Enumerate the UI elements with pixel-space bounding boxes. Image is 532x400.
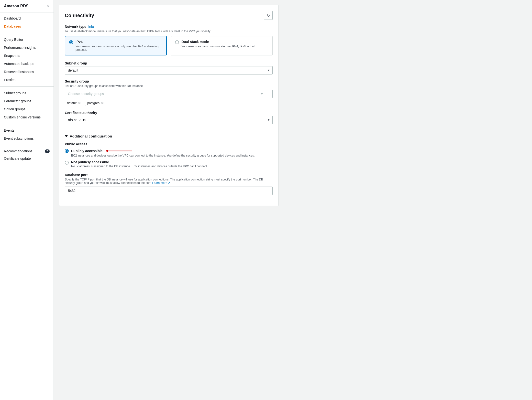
refresh-icon: ↻ (267, 13, 270, 18)
sidebar-item-dashboard[interactable]: Dashboard (0, 14, 54, 22)
subnet-group-select-wrapper: default ▼ (65, 66, 273, 74)
security-group-select-wrapper: Choose security groups ▼ (65, 90, 273, 98)
sidebar-item-custom-engine-versions[interactable]: Custom engine versions (0, 113, 54, 121)
radio-option-ipv4[interactable]: IPv4 Your resources can communicate only… (65, 36, 167, 55)
additional-config-section: Additional configuration Public access P… (65, 129, 273, 195)
sidebar-item-proxies[interactable]: Proxies (0, 76, 54, 84)
sidebar-divider-2 (0, 86, 54, 87)
security-group-sublabel: List of DB security groups to associate … (65, 84, 273, 88)
security-group-label: Security group (65, 79, 273, 83)
radio-option-dual-stack-content: Dual-stack mode Your resources can commu… (181, 40, 257, 48)
card-header: Connectivity ↻ (65, 11, 273, 20)
sidebar-title: Amazon RDS (4, 4, 28, 8)
sidebar-close-button[interactable]: × (47, 4, 50, 8)
radio-not-publicly-accessible[interactable]: Not publicly accessible No IP address is… (65, 160, 273, 168)
radio-not-publicly-accessible-desc: No IP address is assigned to the DB inst… (71, 165, 208, 168)
subnet-group-label: Subnet group (65, 61, 273, 65)
sidebar-item-snapshots[interactable]: Snapshots (0, 52, 54, 60)
sidebar-item-query-editor[interactable]: Query Editor (0, 36, 54, 44)
subnet-group-select[interactable]: default (65, 66, 273, 74)
radio-option-dual-stack-desc: Your resources can communicate over IPv4… (181, 45, 257, 48)
sidebar-item-recommendations[interactable]: Recommendations 2 (0, 148, 54, 155)
sidebar-item-certificate-update[interactable]: Certificate update (0, 155, 54, 163)
radio-option-dual-stack[interactable]: Dual-stack mode Your resources can commu… (171, 36, 273, 55)
sidebar-item-option-groups[interactable]: Option groups (0, 105, 54, 113)
database-port-input[interactable] (65, 187, 273, 195)
additional-config-triangle-icon (65, 135, 68, 137)
connectivity-card: Connectivity ↻ Network type Info To use … (59, 5, 279, 206)
radio-publicly-accessible-content: Publicly accessible EC2 instances and de… (71, 148, 255, 157)
sidebar-divider-3 (0, 124, 54, 124)
main-content: Connectivity ↻ Network type Info To use … (54, 0, 532, 400)
sidebar-item-parameter-groups[interactable]: Parameter groups (0, 97, 54, 105)
security-group-section: Security group List of DB security group… (65, 79, 273, 106)
learn-more-link[interactable]: Learn more (152, 181, 167, 185)
sidebar-item-performance-insights[interactable]: Performance insights (0, 44, 54, 52)
network-type-section: Network type Info To use dual-stack mode… (65, 25, 273, 55)
network-type-description: To use dual-stack mode, make sure that y… (65, 30, 273, 33)
radio-option-dual-stack-title: Dual-stack mode (181, 40, 257, 44)
sidebar-item-subnet-groups[interactable]: Subnet groups (0, 89, 54, 97)
sidebar-header: Amazon RDS × (0, 4, 54, 12)
sidebar-item-automated-backups[interactable]: Automated backups (0, 60, 54, 68)
network-type-info-link[interactable]: Info (88, 25, 94, 29)
security-group-select[interactable]: Choose security groups ▼ (65, 90, 273, 98)
public-access-label: Public access (65, 142, 273, 146)
radio-publicly-accessible-circle (65, 149, 69, 153)
sidebar-item-event-subscriptions[interactable]: Event subscriptions (0, 135, 54, 143)
database-port-description: Specify the TCP/IP port that the DB inst… (65, 178, 273, 185)
public-access-section: Public access Publicly accessible (65, 142, 273, 168)
subnet-group-section: Subnet group default ▼ (65, 61, 273, 74)
radio-option-ipv4-desc: Your resources can communicate only over… (76, 45, 162, 52)
database-port-section: Database port Specify the TCP/IP port th… (65, 173, 273, 195)
tag-default: default ✕ (65, 100, 83, 106)
radio-circle-dual-stack (175, 40, 179, 44)
page-title: Connectivity (65, 13, 94, 18)
sidebar-divider-4 (0, 145, 54, 145)
database-port-label: Database port (65, 173, 273, 177)
additional-config-header[interactable]: Additional configuration (65, 134, 273, 138)
sidebar-item-events[interactable]: Events (0, 126, 54, 135)
security-group-chevron-icon: ▼ (260, 92, 264, 96)
radio-not-publicly-accessible-content: Not publicly accessible No IP address is… (71, 160, 208, 168)
recommendations-badge: 2 (45, 149, 50, 153)
tag-default-remove[interactable]: ✕ (78, 101, 81, 105)
radio-option-ipv4-content: IPv4 Your resources can communicate only… (76, 40, 162, 52)
network-type-label: Network type Info (65, 25, 273, 29)
radio-publicly-accessible[interactable]: Publicly accessible EC2 instances and de… (65, 148, 273, 157)
network-type-options: IPv4 Your resources can communicate only… (65, 36, 273, 55)
tag-default-label: default (67, 101, 77, 105)
radio-not-publicly-accessible-circle (65, 161, 69, 165)
radio-not-publicly-accessible-title: Not publicly accessible (71, 160, 109, 164)
tag-postgres: postgres ✕ (85, 100, 106, 106)
svg-marker-1 (105, 150, 108, 152)
certificate-authority-label: Certificate authority (65, 111, 273, 115)
sidebar-item-reserved-instances[interactable]: Reserved instances (0, 68, 54, 76)
certificate-authority-select-wrapper: rds-ca-2019 ▼ (65, 116, 273, 124)
certificate-authority-section: Certificate authority rds-ca-2019 ▼ (65, 111, 273, 124)
tag-postgres-remove[interactable]: ✕ (101, 101, 104, 105)
sidebar-item-databases[interactable]: Databases (0, 22, 54, 31)
radio-option-ipv4-title: IPv4 (76, 40, 162, 44)
radio-publicly-accessible-desc: EC2 instances and devices outside the VP… (71, 154, 255, 157)
additional-config-title: Additional configuration (70, 134, 112, 138)
security-group-placeholder: Choose security groups (68, 92, 104, 96)
sidebar: Amazon RDS × Dashboard Databases Query E… (0, 0, 54, 400)
radio-circle-ipv4 (69, 40, 73, 44)
certificate-authority-select[interactable]: rds-ca-2019 (65, 116, 273, 124)
radio-publicly-accessible-title: Publicly accessible (71, 149, 102, 153)
red-arrow-annotation (105, 148, 135, 153)
external-link-icon: ↗ (168, 181, 170, 184)
sidebar-divider-1 (0, 33, 54, 33)
refresh-button[interactable]: ↻ (264, 11, 273, 20)
security-group-tags: default ✕ postgres ✕ (65, 100, 273, 106)
tag-postgres-label: postgres (87, 101, 100, 105)
sidebar-item-recommendations-label: Recommendations (4, 149, 45, 153)
